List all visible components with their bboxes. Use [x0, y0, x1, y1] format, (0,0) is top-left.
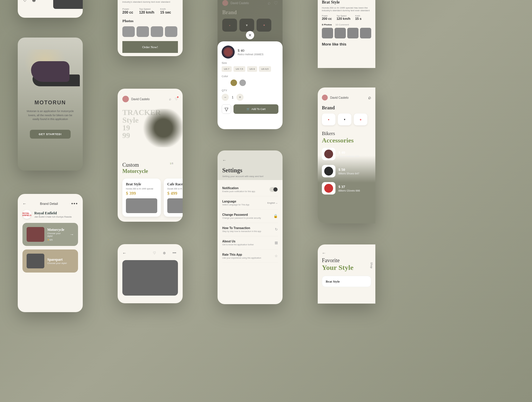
page-title: Brand Detail: [40, 202, 58, 205]
search-icon[interactable]: ⌕: [368, 95, 371, 100]
more-icon[interactable]: •••: [171, 249, 178, 257]
spec-label-kmh: Km/h: [160, 8, 171, 10]
setting-row-notification[interactable]: NotificationEnable push notification for…: [222, 183, 278, 196]
cart-sheet: $ 40 Retro Helmet 2098ES Size US 7 US 7,…: [218, 41, 283, 129]
arrow-right-icon[interactable]: →: [70, 232, 74, 237]
minus-icon[interactable]: −: [222, 94, 229, 101]
color-swatch[interactable]: [239, 80, 246, 86]
brand-heading: Brand: [318, 103, 375, 112]
photo-thumb[interactable]: [335, 28, 346, 38]
page-title-2: Your Style: [322, 264, 371, 272]
app-title: MOTORUN: [18, 100, 83, 106]
brand-chip-enfield[interactable]: ●: [222, 19, 237, 32]
card-subtitle: Choose your style!: [47, 232, 67, 237]
photo-thumb[interactable]: [122, 26, 135, 37]
color-swatch[interactable]: [231, 80, 237, 86]
toggle-icon[interactable]: [270, 187, 278, 192]
rating: ★5/5: [47, 239, 67, 241]
add-to-cart-button[interactable]: 🛒Add To Cart: [233, 104, 278, 114]
brand-chip[interactable]: ●: [322, 114, 335, 125]
spec-value-power: 200 cc: [122, 10, 133, 14]
grid-icon: ▦: [275, 241, 278, 245]
photo-thumb[interactable]: [137, 26, 149, 37]
plus-icon[interactable]: +: [236, 94, 244, 101]
search-icon[interactable]: ⌕: [268, 0, 271, 6]
card-title: Sparepart: [47, 257, 67, 262]
category-card-sparepart[interactable]: Sparepart Choose your style!: [22, 249, 78, 273]
avatar[interactable]: [122, 96, 129, 102]
accessory-item[interactable]: $ 37Bikers Gloves 666: [318, 180, 375, 197]
product-spec-screen: Brat Style Honda 200 cc th 1995 special …: [318, 0, 375, 68]
photo-thumb[interactable]: [151, 26, 163, 37]
bookmark-icon[interactable]: ▽: [222, 104, 231, 114]
comments-count[interactable]: 10 Comment: [335, 23, 349, 26]
accessory-item[interactable]: $ 50Bikers Shoes 647: [318, 163, 375, 180]
avatar[interactable]: [222, 0, 228, 6]
spec-value-topspeed: 120 km/h: [139, 10, 154, 14]
bike-card[interactable]: Brat Style Honda 200 cc th 1995 special …: [122, 179, 161, 217]
section-title-2: Accessories: [322, 137, 371, 144]
more-icon[interactable]: •••: [71, 201, 78, 206]
setting-row-about[interactable]: About UsGet to know the application furt…: [222, 236, 278, 249]
section-title-1: Bikers: [322, 131, 371, 137]
search-icon[interactable]: ⌕: [169, 97, 171, 101]
photo-thumb[interactable]: [360, 28, 371, 38]
bike-sub: Honda 200 cc th 1995 special: [126, 188, 157, 190]
brand-detail-screen: ← Brand Detail ••• ROYAL ENFIELD Royal E…: [18, 194, 83, 312]
user-name: David Castelo: [131, 98, 150, 101]
setting-row-language[interactable]: LanguageSelect Language for This App Eng…: [222, 196, 278, 210]
size-option[interactable]: US 7,5: [233, 66, 245, 72]
setting-row-password[interactable]: Change PasswordChange your password to p…: [222, 210, 278, 223]
brand-chip[interactable]: ▼: [338, 114, 351, 125]
heart-icon[interactable]: ♡: [151, 249, 158, 257]
bike-sub: Ducati 200 cc th special edition: [167, 188, 183, 190]
bike-price: $ 499: [167, 191, 183, 196]
back-icon[interactable]: ←: [322, 251, 326, 255]
order-button[interactable]: Order Now!: [122, 41, 178, 53]
setting-row-rate[interactable]: Rate This AppLike your experience using …: [222, 249, 278, 263]
spec-label-topspeed: Top Speed: [139, 8, 154, 10]
shop-tab[interactable]: Shop: [370, 262, 373, 268]
bell-icon[interactable]: ♡: [274, 0, 278, 6]
shoes-icon: [324, 167, 333, 176]
photos-count[interactable]: 8 Photos: [322, 23, 332, 26]
add-icon[interactable]: ⊕: [161, 249, 168, 257]
size-option[interactable]: US 7: [222, 66, 232, 72]
card-subtitle: Choose your style!: [47, 262, 67, 265]
brand-chip[interactable]: ◆: [354, 114, 367, 125]
section-title-1: Custom: [122, 162, 139, 168]
gloves-icon: [324, 184, 333, 193]
get-started-button[interactable]: GET STARTED!: [30, 130, 71, 139]
motorcycle-thumb: [27, 227, 44, 242]
heart-icon[interactable]: ♡: [22, 0, 28, 3]
product-description: Honda 200 cc th 1995 special Has been th…: [122, 0, 178, 4]
add-icon[interactable]: ⊕: [31, 0, 37, 3]
back-icon[interactable]: ←: [122, 251, 126, 255]
category-card-motorcycle[interactable]: Motorcycle Choose your style! ★5/5 →: [22, 223, 78, 246]
avatar[interactable]: [322, 95, 328, 100]
onboarding-screen: MOTORUN Motoran is an application for mo…: [18, 38, 83, 171]
close-icon[interactable]: ✕: [246, 31, 254, 39]
brand-chip-harley[interactable]: ◆: [257, 19, 271, 32]
favorite-screen: ← Favorite Your Style Shop Brat Style: [318, 244, 375, 304]
accessory-item[interactable]: $ 40Retro Helmet 209: [318, 145, 375, 163]
bike-card[interactable]: Cafe Racer Ducati 200 cc th special edit…: [164, 179, 183, 217]
bike-title: Cafe Racer: [167, 182, 183, 187]
settings-screen: ← Settings Setting your account with eas…: [218, 150, 283, 304]
size-label: Size: [222, 61, 278, 64]
product-title: Brat Style: [322, 0, 371, 5]
color-swatch[interactable]: [222, 80, 228, 86]
favorite-card[interactable]: Brat Style: [322, 276, 371, 287]
size-option[interactable]: US 8: [247, 66, 257, 72]
bell-icon[interactable]: ♡: [175, 97, 178, 101]
back-icon[interactable]: ←: [222, 158, 226, 163]
brand-chip-triumph[interactable]: ▼: [239, 19, 254, 32]
helmet-icon: [324, 150, 333, 158]
photo-thumb[interactable]: [347, 28, 359, 38]
setting-row-transaction[interactable]: How To TransactionStep by step how to tr…: [222, 223, 278, 236]
photo-thumb[interactable]: [322, 28, 333, 38]
photo-thumb[interactable]: [165, 26, 177, 37]
size-option[interactable]: US 8,5: [259, 66, 271, 72]
back-icon[interactable]: ←: [22, 201, 27, 206]
brand-name: Royal Enfield: [34, 211, 72, 215]
